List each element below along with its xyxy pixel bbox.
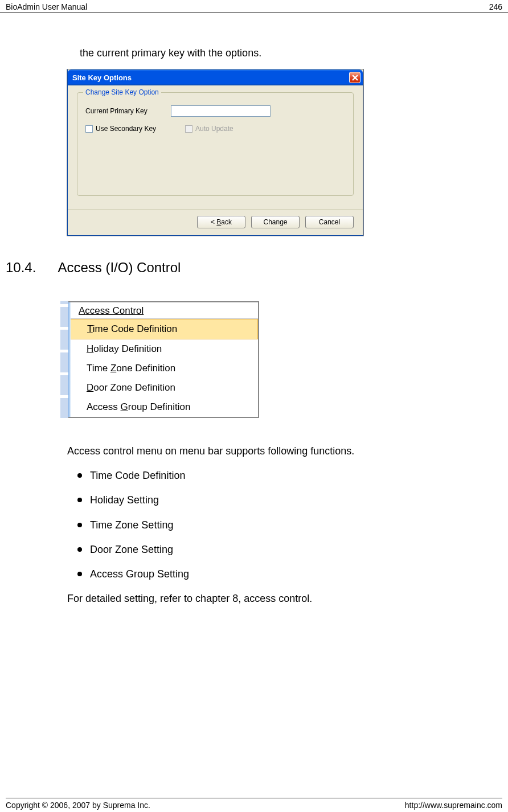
change-button[interactable]: Change [251, 216, 300, 228]
change-site-key-group: Change Site Key Option Current Primary K… [77, 92, 354, 196]
auto-update-label: Auto Update [195, 125, 233, 133]
group-legend: Change Site Key Option [83, 88, 161, 96]
use-secondary-label: Use Secondary Key [96, 125, 156, 133]
close-x-icon [352, 75, 358, 81]
footer-copyright: Copyright © 2006, 2007 by Suprema Inc. [6, 801, 150, 810]
page-header: BioAdmin User Manual 246 [0, 0, 508, 13]
use-secondary-checkbox[interactable] [85, 125, 93, 133]
menu-title[interactable]: Access Control [68, 302, 258, 318]
menu-item-holiday[interactable]: Holiday Definition [68, 339, 258, 359]
list-item: Door Zone Setting [77, 543, 485, 557]
body-outro: For detailed setting, refer to chapter 8… [67, 592, 485, 606]
primary-key-label: Current Primary Key [85, 107, 171, 115]
back-button[interactable]: < Back [197, 216, 245, 228]
dialog-buttons: < Back Change Cancel [68, 210, 363, 235]
list-item: Access Group Setting [77, 567, 485, 581]
list-item: Time Code Definition [77, 469, 485, 483]
body-section: Access control menu on menu bar supports… [0, 435, 508, 606]
section-heading: 10.4. Access (I/O) Control [0, 253, 508, 276]
close-icon[interactable] [349, 72, 360, 83]
dialog-titlebar[interactable]: Site Key Options [68, 69, 363, 85]
site-key-options-dialog: Site Key Options Change Site Key Option … [67, 69, 363, 236]
list-item: Holiday Setting [77, 493, 485, 507]
access-control-menu: Access Control Time Code Definition Holi… [67, 301, 259, 418]
menu-item-door-zone[interactable]: Door Zone Definition [68, 378, 258, 397]
primary-key-input[interactable] [171, 105, 271, 117]
menu-popup: Time Code Definition Holiday Definition … [68, 318, 258, 417]
menu-item-time-zone[interactable]: Time Zone Definition [68, 359, 258, 378]
footer-url: http://www.supremainc.com [405, 801, 502, 810]
section-number: 10.4. [6, 260, 36, 276]
header-left: BioAdmin User Manual [6, 2, 87, 11]
page-footer: Copyright © 2006, 2007 by Suprema Inc. h… [6, 798, 502, 810]
header-page-number: 246 [489, 2, 502, 11]
menu-item-time-code[interactable]: Time Code Definition [68, 319, 258, 339]
lead-text: the current primary key with the options… [80, 47, 485, 59]
cancel-button[interactable]: Cancel [305, 216, 354, 228]
dialog-title: Site Key Options [72, 73, 132, 82]
menu-item-access-group[interactable]: Access Group Definition [68, 397, 258, 417]
body-intro: Access control menu on menu bar supports… [67, 444, 485, 458]
auto-update-checkbox [185, 125, 192, 133]
list-item: Time Zone Setting [77, 518, 485, 532]
dialog-body: Change Site Key Option Current Primary K… [68, 85, 363, 202]
bullet-list: Time Code Definition Holiday Setting Tim… [77, 469, 485, 581]
section-title: Access (I/O) Control [58, 260, 181, 276]
